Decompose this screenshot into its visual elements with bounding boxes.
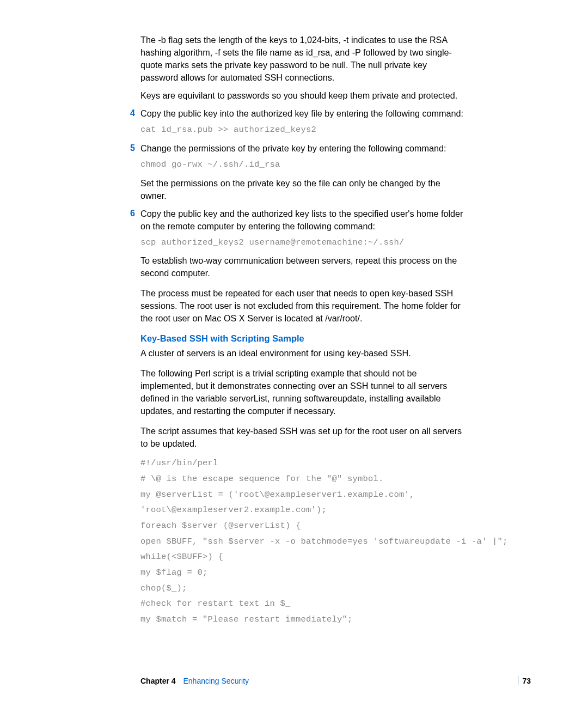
perl-script-block: #!/usr/bin/perl # \@ is the escape seque… (125, 455, 464, 627)
paragraph: The process must be repeated for each us… (125, 287, 464, 325)
paragraph: A cluster of servers is an ideal environ… (125, 347, 464, 360)
code-snippet: scp authorized_keys2 username@remotemach… (140, 236, 464, 249)
step-5: 5 Change the permissions of the private … (125, 142, 464, 155)
paragraph: To establish two-way communication betwe… (125, 254, 464, 279)
code-line: chop($_); (140, 581, 464, 597)
code-line: my @serverList = ('root\@exampleserver1.… (140, 487, 464, 503)
code-snippet: chmod go-rwx ~/.ssh/.id_rsa (140, 158, 464, 172)
code-line: my $match = "Please restart immediately"… (140, 612, 464, 628)
step-text: Copy the public key and the authorized k… (140, 208, 464, 233)
step-text: Change the permissions of the private ke… (140, 142, 464, 155)
paragraph: Keys are equivilant to passwords so you … (125, 89, 464, 102)
section-heading: Key-Based SSH with Scripting Sample (140, 333, 464, 344)
chapter-label: Chapter 4 (140, 677, 176, 685)
paragraph: The following Perl script is a trivial s… (125, 367, 464, 417)
chapter-title: Enhancing Security (183, 677, 249, 685)
code-line: # \@ is the escape sequence for the "@" … (140, 471, 464, 487)
code-line: open SBUFF, "ssh $server -x -o batchmode… (140, 534, 464, 550)
code-snippet: cat id_rsa.pub >> authorized_keys2 (140, 123, 464, 137)
footer-divider (518, 675, 518, 685)
code-line: #!/usr/bin/perl (140, 455, 464, 471)
paragraph: The script assumes that key-based SSH wa… (125, 425, 464, 450)
code-line: #check for restart text in $_ (140, 596, 464, 612)
step-number: 4 (125, 107, 140, 120)
paragraph: The -b flag sets the length of the keys … (125, 34, 464, 84)
step-number: 5 (125, 142, 140, 155)
code-line: 'root\@exampleserver2.example.com'); (140, 502, 464, 518)
code-line: foreach $server (@serverList) { (140, 518, 464, 534)
step-text: Copy the public key into the authorized … (140, 107, 464, 120)
page-body: The -b flag sets the length of the keys … (0, 0, 518, 628)
step-4: 4 Copy the public key into the authorize… (125, 107, 464, 120)
code-line: while(<SBUFF>) { (140, 549, 464, 565)
paragraph: Set the permissions on the private key s… (125, 177, 464, 202)
step-6: 6 Copy the public key and the authorized… (125, 208, 464, 233)
page-number: 73 (522, 677, 531, 685)
code-line: my $flag = 0; (140, 565, 464, 581)
step-number: 6 (125, 208, 140, 220)
footer-chapter: Chapter 4 Enhancing Security (140, 677, 249, 685)
